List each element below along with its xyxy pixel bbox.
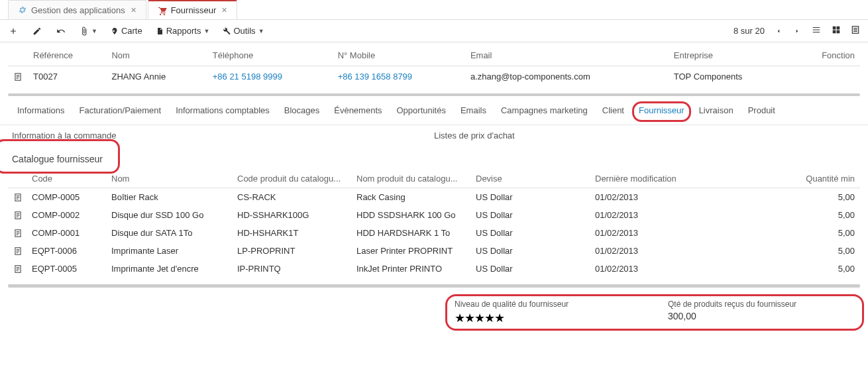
subtab-blocks[interactable]: Blocages <box>284 105 319 118</box>
cell-modified: 01/02/2013 <box>590 188 755 207</box>
cell-code: COMP-0005 <box>27 188 106 207</box>
subtab-campaigns[interactable]: Campagnes marketing <box>501 105 588 118</box>
close-icon[interactable]: ✕ <box>221 6 227 15</box>
document-icon[interactable] <box>13 264 21 274</box>
cell-minqty: 5,00 <box>755 242 860 260</box>
tab-label: Fournisseur <box>171 5 217 15</box>
catalog-table: Code Nom Code produit du catalogu... Nom… <box>8 170 860 278</box>
cell-minqty: 5,00 <box>755 260 860 278</box>
catalog-row[interactable]: COMP-0002Disque dur SSD 100 GoHD-SSHARK1… <box>8 206 860 224</box>
catalog-row[interactable]: COMP-0005Boîtier RackCS-RACKRack CasingU… <box>8 188 860 207</box>
subtab-informations[interactable]: Informations <box>17 105 65 118</box>
cell-code: EQPT-0006 <box>27 242 106 260</box>
col-company[interactable]: Entreprise <box>669 45 792 66</box>
cell-modified: 01/02/2013 <box>590 242 755 260</box>
chevron-down-icon: ▼ <box>203 28 209 34</box>
document-icon[interactable] <box>13 247 21 256</box>
document-icon[interactable] <box>13 211 21 220</box>
col-product-name[interactable]: Nom produit du catalogu... <box>351 170 470 188</box>
quality-stars: ★★★★★ <box>455 311 641 325</box>
subtab-supplier[interactable]: Fournisseur <box>639 105 684 118</box>
subtab-accounting[interactable]: Informations comptables <box>176 105 270 118</box>
chevron-down-icon: ▼ <box>258 28 264 34</box>
price-lists-label: Listes de prix d'achat <box>434 131 856 140</box>
subtab-emails[interactable]: Emails <box>461 105 486 118</box>
cell-name: Boîtier Rack <box>106 188 232 207</box>
close-icon[interactable]: ✕ <box>131 6 136 15</box>
sub-tabs: Informations Facturation/Paiement Inform… <box>0 96 868 125</box>
cell-currency: US Dollar <box>470 224 590 242</box>
undo-icon[interactable] <box>56 26 66 36</box>
subtab-product[interactable]: Produit <box>748 105 775 118</box>
order-info-label: Information à la commande <box>12 131 434 140</box>
cell-pname: Laser Printer PROPRINT <box>351 242 470 260</box>
grid-view-icon[interactable] <box>831 25 841 36</box>
col-phone[interactable]: Téléphone <box>207 45 333 66</box>
cell-name: Imprimante Laser <box>106 242 232 260</box>
card-button[interactable]: Carte <box>111 26 142 36</box>
cell-name: Disque dur SATA 1To <box>106 224 232 242</box>
cell-minqty: 5,00 <box>755 224 860 242</box>
cell-pcode: IP-PRINTQ <box>232 260 351 278</box>
col-function[interactable]: Fonction <box>792 45 860 66</box>
cell-currency: US Dollar <box>470 206 590 224</box>
col-email[interactable]: Email <box>465 45 669 66</box>
cell-name: Disque dur SSD 100 Go <box>106 206 232 224</box>
list-view-icon[interactable] <box>811 25 822 36</box>
cell-modified: 01/02/2013 <box>590 206 755 224</box>
tab-app-management[interactable]: Gestion des applications ✕ <box>8 0 146 19</box>
top-tabs: Gestion des applications ✕ Fournisseur ✕ <box>0 0 868 20</box>
col-modified[interactable]: Dernière modification <box>590 170 755 188</box>
cell-pname: InkJet Printer PRINTO <box>351 260 470 278</box>
contact-row[interactable]: T0027 ZHANG Annie +86 21 5198 9999 +86 1… <box>8 66 860 87</box>
cell-currency: US Dollar <box>470 188 590 207</box>
cell-currency: US Dollar <box>470 260 590 278</box>
cell-phone[interactable]: +86 21 5198 9999 <box>213 72 282 82</box>
col-reference[interactable]: Référence <box>28 45 106 66</box>
subtab-client[interactable]: Client <box>602 105 624 118</box>
add-icon[interactable] <box>8 26 19 36</box>
info-row: Information à la commande Listes de prix… <box>0 125 868 143</box>
document-icon[interactable] <box>13 229 21 238</box>
subtab-events[interactable]: Évènements <box>334 105 382 118</box>
col-product-code[interactable]: Code produit du catalogu... <box>232 170 351 188</box>
qty-received-label: Qté de produits reçus du fournisseur <box>668 300 855 309</box>
attach-menu[interactable]: ▼ <box>80 27 97 36</box>
toolbar: ▼ Carte Rapports ▼ Outils ▼ 8 sur 20 <box>0 20 868 42</box>
edit-icon[interactable] <box>32 26 42 36</box>
quality-row: Niveau de qualité du fournisseur ★★★★★ Q… <box>8 297 860 328</box>
catalog-heading: Catalogue fournisseur <box>0 143 115 170</box>
detail-view-icon[interactable] <box>851 25 860 36</box>
col-name[interactable]: Nom <box>106 170 232 188</box>
document-icon[interactable] <box>13 193 21 202</box>
col-mobile[interactable]: N° Mobile <box>333 45 465 66</box>
toolbar-left: ▼ Carte Rapports ▼ Outils ▼ <box>8 26 264 36</box>
catalog-row[interactable]: EQPT-0006Imprimante LaserLP-PROPRINTLase… <box>8 242 860 260</box>
cell-name: ZHANG Annie <box>106 66 207 87</box>
reports-menu[interactable]: Rapports ▼ <box>156 26 210 36</box>
prev-icon[interactable] <box>774 27 783 35</box>
subtab-billing[interactable]: Facturation/Paiement <box>80 105 162 118</box>
cell-code: COMP-0001 <box>27 224 106 242</box>
cell-pcode: HD-HSHARK1T <box>232 224 351 242</box>
cell-pcode: CS-RACK <box>232 188 351 207</box>
col-minqty[interactable]: Quantité min <box>755 170 860 188</box>
tab-supplier[interactable]: Fournisseur ✕ <box>148 0 238 19</box>
document-icon[interactable] <box>13 72 23 82</box>
quality-label: Niveau de qualité du fournisseur <box>455 300 641 309</box>
quality-box: Niveau de qualité du fournisseur ★★★★★ Q… <box>449 297 860 328</box>
tools-menu[interactable]: Outils ▼ <box>223 26 264 36</box>
tab-label: Gestion des applications <box>31 5 125 15</box>
subtab-delivery[interactable]: Livraison <box>699 105 733 118</box>
cell-pname: HDD SSDSHARK 100 Go <box>351 206 470 224</box>
col-name[interactable]: Nom <box>106 45 207 66</box>
subtab-opportunities[interactable]: Opportunités <box>397 105 446 118</box>
col-code[interactable]: Code <box>27 170 106 188</box>
card-label: Carte <box>121 26 142 36</box>
catalog-row[interactable]: EQPT-0005Imprimante Jet d'encreIP-PRINTQ… <box>8 260 860 278</box>
col-currency[interactable]: Devise <box>470 170 590 188</box>
cell-mobile[interactable]: +86 139 1658 8799 <box>338 72 412 82</box>
catalog-row[interactable]: COMP-0001Disque dur SATA 1ToHD-HSHARK1TH… <box>8 224 860 242</box>
next-icon[interactable] <box>792 27 802 35</box>
scrollbar[interactable] <box>8 284 860 288</box>
